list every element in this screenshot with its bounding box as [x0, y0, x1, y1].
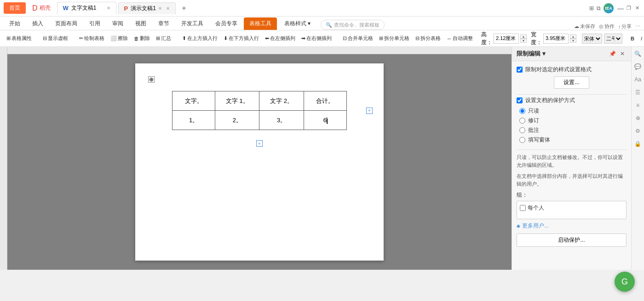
- width-group: 宽度： ▲ ▼: [531, 31, 576, 46]
- tab-start[interactable]: 开始: [4, 17, 26, 30]
- merge-cell-btn[interactable]: ⊡ 合并单元格: [340, 34, 376, 43]
- split-table-btn[interactable]: ⊟ 拆分表格: [413, 34, 443, 43]
- format-restrict-checkbox[interactable]: [517, 67, 523, 73]
- cell-1-1[interactable]: 1。: [172, 111, 215, 130]
- right-search-icon[interactable]: 🔍: [633, 49, 643, 59]
- add-tab[interactable]: +: [178, 3, 190, 14]
- doc1-tab[interactable]: W 文字文稿1 ✕: [57, 2, 116, 14]
- track-radio[interactable]: [519, 118, 525, 124]
- close-btn[interactable]: ✕: [634, 5, 640, 11]
- search-command[interactable]: 🔍 查找命令、搜索模板: [321, 20, 385, 30]
- split-icon[interactable]: ⧉: [597, 5, 601, 11]
- cell-1-4[interactable]: 6|: [304, 111, 346, 130]
- insert-right-btn[interactable]: ➡ 在右侧插列: [299, 34, 334, 43]
- doc2-name: 演示文稿1: [131, 5, 156, 12]
- cell-header-4[interactable]: 合计。: [304, 91, 346, 111]
- ribbon-right-actions: ☁ 未保存 ◎ 协作 ↑ 分享 ⋯: [574, 23, 641, 30]
- form-label: 填写窗体: [528, 136, 550, 144]
- right-nav-icon[interactable]: ☰: [633, 87, 643, 97]
- tab-view[interactable]: 视图: [130, 17, 152, 30]
- app-logo: D 稻壳: [28, 3, 55, 14]
- add-col-handle[interactable]: +: [366, 108, 373, 114]
- share-btn[interactable]: ↑ 分享: [618, 23, 632, 30]
- panel-close-icon[interactable]: ✕: [618, 50, 627, 58]
- width-input[interactable]: [543, 34, 569, 44]
- right-settings-icon[interactable]: ⚙: [633, 126, 643, 136]
- pin-icon[interactable]: 📌: [608, 50, 616, 58]
- restore-btn[interactable]: ❐: [626, 5, 632, 11]
- merge-calc-btn[interactable]: ⊞ 汇总: [153, 34, 174, 43]
- right-zoom-icon[interactable]: ⊕: [633, 113, 643, 123]
- cell-header-2[interactable]: 文字 1。: [215, 91, 259, 111]
- width-down[interactable]: ▼: [570, 39, 576, 43]
- insert-left-btn[interactable]: ⬅ 在左侧插列: [262, 34, 298, 43]
- minimize-btn[interactable]: —: [617, 5, 624, 11]
- delete-btn[interactable]: 🗑 删除: [131, 34, 153, 43]
- insert-above-btn[interactable]: ⬆ 在上方插入行: [179, 34, 220, 43]
- italic-btn[interactable]: I: [638, 34, 644, 43]
- comment-radio[interactable]: [519, 127, 525, 133]
- split-cell-btn[interactable]: ⊞ 拆分单元格: [376, 34, 412, 43]
- erase-btn[interactable]: ⬜ 擦除: [108, 34, 131, 43]
- height-down[interactable]: ▼: [520, 39, 527, 43]
- format-restriction-section: 限制对选定的样式设置格式 设置...: [517, 66, 627, 89]
- ribbon-tabs-bar: 开始 插入 页面布局 引用 审阅 视图 章节 开发工具 会员专享 表格工具 表格…: [0, 17, 644, 30]
- float-chat-button[interactable]: G: [615, 272, 635, 292]
- tab-layout[interactable]: 页面布局: [50, 17, 83, 30]
- doc1-close[interactable]: ✕: [107, 6, 110, 11]
- eraser-icon: ⬜: [110, 35, 117, 41]
- colab-btn[interactable]: ◎ 协作: [599, 23, 615, 30]
- table-move-handle[interactable]: ⊕: [148, 76, 155, 83]
- height-input[interactable]: [494, 34, 519, 44]
- auto-fit-btn[interactable]: ↔ 自动调整: [444, 34, 476, 43]
- tab-insert[interactable]: 插入: [27, 17, 49, 30]
- no-save-btn[interactable]: ☁ 未保存: [574, 23, 595, 30]
- grid-icon[interactable]: ⊞: [589, 5, 594, 11]
- doc2-close[interactable]: ✕: [166, 6, 170, 11]
- protection-checkbox[interactable]: [517, 97, 523, 103]
- width-up[interactable]: ▲: [570, 34, 576, 39]
- start-protect-btn[interactable]: 启动保护...: [517, 233, 627, 247]
- cell-header-3[interactable]: 文字 2。: [259, 91, 304, 111]
- user-avatar[interactable]: tEA: [604, 3, 614, 13]
- insert-below-btn[interactable]: ⬇ 在下方插入行: [221, 34, 262, 43]
- document-area[interactable]: ⊕ 文字。 文字 1。 文字 2。 合计。 1。 2。 3。 6|: [7, 47, 512, 270]
- panel-title: 限制编辑 ▾: [517, 50, 546, 58]
- tab-chapter[interactable]: 章节: [153, 17, 175, 30]
- format-restrict-label: 限制对选定的样式设置格式: [525, 66, 592, 74]
- cell-header-1[interactable]: 文字。: [172, 91, 215, 111]
- readonly-radio[interactable]: [519, 108, 525, 114]
- form-radio[interactable]: [519, 137, 525, 143]
- tab-ref[interactable]: 引用: [84, 17, 106, 30]
- show-virtual-btn[interactable]: ⊟ 显示虚框: [40, 34, 71, 43]
- cell-1-3[interactable]: 3。: [259, 111, 304, 130]
- tab-vip[interactable]: 会员专享: [210, 17, 243, 30]
- colab-icon: ◎: [599, 23, 604, 29]
- font-select[interactable]: 宋体: [582, 34, 602, 44]
- add-row-handle[interactable]: +: [256, 140, 263, 147]
- format-setting-btn[interactable]: 设置...: [554, 76, 589, 89]
- height-up[interactable]: ▲: [520, 34, 527, 39]
- font-size-select[interactable]: 二号: [604, 34, 622, 44]
- tab-table-tool[interactable]: 表格工具: [244, 17, 277, 30]
- right-toc-icon[interactable]: ≡: [633, 100, 643, 110]
- everyone-checkbox[interactable]: [520, 205, 526, 211]
- tab-dev[interactable]: 开发工具: [176, 17, 209, 30]
- horizontal-ruler: [7, 47, 512, 54]
- merge-icon: ⊞: [156, 35, 160, 41]
- more-btn[interactable]: ⋯: [635, 23, 640, 29]
- tab-table-style[interactable]: 表格样式 ▾: [279, 17, 316, 30]
- table-attr-btn[interactable]: ⊞ 表格属性: [4, 34, 34, 43]
- tab-review[interactable]: 审阅: [107, 17, 129, 30]
- more-users-btn[interactable]: ♣ 更多用户...: [517, 222, 627, 230]
- right-lock-icon[interactable]: 🔒: [633, 139, 643, 149]
- doc2-tab[interactable]: P 演示文稿1 ✕: [118, 2, 176, 14]
- auto-fit-icon: ↔: [447, 36, 452, 41]
- right-comment-icon[interactable]: 💬: [633, 62, 643, 72]
- draw-table-btn[interactable]: ✏ 绘制表格: [76, 34, 107, 43]
- home-tab[interactable]: 首页: [4, 2, 26, 14]
- cell-1-2[interactable]: 2。: [215, 111, 259, 130]
- restrict-edit-panel: 限制编辑 ▾ 📌 ✕ 限制对选定的样式设置格式 设置... 设置文档的保护: [512, 47, 631, 270]
- bold-btn[interactable]: B: [628, 34, 637, 43]
- right-format-icon[interactable]: Aa: [633, 74, 643, 85]
